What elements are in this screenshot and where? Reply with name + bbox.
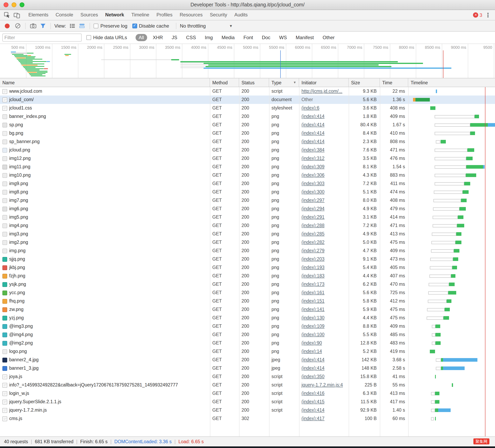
tab-resources[interactable]: Resources [176,10,206,20]
initiator-link[interactable]: (index):193 [302,265,324,270]
request-row[interactable]: banner_index.pngGET200png(index):4141.8 … [0,112,495,121]
column-header-initiator[interactable]: Initiator [299,78,349,87]
initiator-link[interactable]: (index):417 [302,416,324,421]
request-row[interactable]: joya.jsGET200script(index):35015.8 KB41 … [0,372,495,381]
tab-security[interactable]: Security [206,10,231,20]
window-minimize-button[interactable] [12,2,16,7]
request-row[interactable]: zw.pngGET200png(index):1415.9 KB475 ms [0,305,495,314]
tab-network[interactable]: Network [102,10,128,20]
column-header-timeline[interactable]: Timeline [408,78,495,87]
tab-elements[interactable]: Elements [25,10,52,20]
filter-type-all[interactable]: All [135,34,147,41]
timeline-overview[interactable]: 500 ms1000 ms1500 ms2000 ms2500 ms3000 m… [0,44,495,78]
initiator-link[interactable]: (index):141 [302,307,324,312]
initiator-link[interactable]: (index):151 [302,299,324,303]
request-row[interactable]: img2.pngGET200png(index):2825.0 KB475 ms [0,238,495,246]
column-header-size[interactable]: Size [349,78,380,87]
initiator-link[interactable]: (index):109 [302,324,324,328]
initiator-link[interactable]: (index):90 [302,340,322,345]
window-close-button[interactable] [4,2,8,7]
request-row[interactable]: img4.pngGET200png(index):2887.2 KB471 ms [0,221,495,230]
request-row[interactable]: bg.pngGET200png(index):4148.4 KB410 ms [0,129,495,137]
tab-sources[interactable]: Sources [77,10,102,20]
request-row[interactable]: @img3.pngGET200png(index):1098.8 KB409 m… [0,322,495,330]
record-button[interactable] [5,23,10,28]
request-row[interactable]: fhq.pngGET200png(index):1515.8 KB412 ms [0,297,495,305]
clear-button[interactable] [13,22,22,30]
column-header-type[interactable]: Type▼ [269,78,299,87]
filter-type-css[interactable]: CSS [183,34,199,41]
request-row[interactable]: jquery-1.7.2.min.jsGET200script(index):4… [0,406,495,414]
filter-type-xhr[interactable]: XHR [150,34,166,41]
initiator-link[interactable]: (index):130 [302,315,324,320]
request-row[interactable]: jcloud1.cssGET200stylesheet(index):63.6 … [0,104,495,112]
request-row[interactable]: logo.pngGET200png(index):145.2 KB419 ms [0,347,495,356]
request-row[interactable]: sp.pngGET200png(index):41480.4 KB1.67 s [0,121,495,129]
request-row[interactable]: fzjh.pngGET200png(index):1834.4 KB407 ms [0,272,495,280]
initiator-link[interactable]: (index):414 [302,131,324,136]
device-toolbar-icon[interactable] [12,11,22,19]
filter-type-manifest[interactable]: Manifest [292,34,317,41]
filter-type-ws[interactable]: WS [276,34,290,41]
initiator-link[interactable]: (index):288 [302,223,324,228]
initiator-link[interactable]: (index):203 [302,257,324,261]
initiator-link[interactable]: (index):6 [302,106,319,110]
request-row[interactable]: jkbj.pngGET200png(index):1935.4 KB405 ms [0,263,495,272]
request-row[interactable]: img3.pngGET200png(index):2854.9 KB413 ms [0,230,495,238]
request-row[interactable]: img10.pngGET200png(index):3064.3 KB883 m… [0,171,495,179]
initiator-link[interactable]: jquery-1.7.2.min.js:4 [302,382,343,387]
request-row[interactable]: jcloud.pngGET200png(index):3847.6 KB471 … [0,146,495,154]
request-row[interactable]: info?_=1459932492822&callback=jQuery1720… [0,381,495,389]
column-header-method[interactable]: Method [210,78,239,87]
request-row[interactable]: ycc.pngGET200png(index):1615.6 KB725 ms [0,288,495,297]
initiator-link[interactable]: (index):291 [302,215,324,219]
filter-type-font[interactable]: Font [240,34,256,41]
column-header-status[interactable]: Status [239,78,269,87]
request-row[interactable]: sjjq.pngGET200png(index):2039.1 KB473 ms [0,255,495,263]
initiator-link[interactable]: (index):300 [302,190,324,194]
initiator-link[interactable]: (index):279 [302,248,324,253]
timeline-view-icon[interactable] [77,22,87,30]
request-row[interactable]: banner1_3.jpgGET200jpeg(index):414148 KB… [0,364,495,372]
request-row[interactable]: img7.pngGET200png(index):2978.0 KB408 ms [0,196,495,205]
error-count-badge[interactable]: ✕ 3 [473,12,482,18]
tab-audits[interactable]: Audits [231,10,251,20]
request-row[interactable]: yzj.pngGET200png(index):1304.4 KB475 ms [0,314,495,322]
disable-cache-checkbox[interactable]: Disable cache [132,23,169,28]
filter-type-media[interactable]: Media [218,34,238,41]
initiator-link[interactable]: (index):183 [302,273,324,278]
request-row[interactable]: login_w.jsGET200script(index):4166.3 KB4… [0,389,495,398]
preserve-log-checkbox[interactable]: Preserve log [94,23,127,28]
initiator-link[interactable]: (index):173 [302,282,324,286]
hide-data-urls-checkbox[interactable]: Hide data URLs [86,35,127,40]
column-header-time[interactable]: Time [380,78,408,87]
small-rows-view-icon[interactable] [68,22,77,30]
filter-input[interactable] [2,34,82,41]
initiator-link[interactable]: (index):303 [302,181,324,186]
initiator-link[interactable]: (index):415 [302,399,324,404]
initiator-link[interactable]: (index):350 [302,374,324,379]
initiator-link[interactable]: (index):306 [302,173,324,177]
filter-type-other[interactable]: Other [319,34,338,41]
initiator-link[interactable]: (index):294 [302,206,324,211]
initiator-link[interactable]: (index):414 [302,114,324,119]
inspect-element-icon[interactable] [2,11,12,19]
request-row[interactable]: cms.jsGET302(index):417100 B60 ms [0,414,495,423]
initiator-link[interactable]: (index):161 [302,290,324,295]
initiator-link[interactable]: (index):312 [302,156,324,161]
initiator-link[interactable]: (index):416 [302,391,324,396]
request-row[interactable]: img9.pngGET200png(index):3037.2 KB411 ms [0,179,495,188]
request-row[interactable]: img11.pngGET200png(index):3098.1 KB1.54 … [0,163,495,171]
initiator-link[interactable]: (index):414 [302,139,324,144]
request-row[interactable]: jquery.SuperSlide.2.1.1.jsGET200script(i… [0,398,495,406]
request-row[interactable]: img6.pngGET200png(index):2944.9 KB479 ms [0,205,495,213]
filter-type-js[interactable]: JS [168,34,180,41]
request-row[interactable]: img5.pngGET200png(index):2913.1 KB414 ms [0,213,495,221]
window-titlebar[interactable]: Developer Tools - http://labs.qiang.it/p… [0,0,495,10]
initiator-link[interactable]: (index):282 [302,240,324,244]
throttling-select[interactable]: No throttling ▼ [180,23,233,28]
request-row[interactable]: img12.pngGET200png(index):3123.5 KB476 m… [0,154,495,163]
filter-toggle-icon[interactable] [38,22,48,30]
request-row[interactable]: www.jcloud.comGET200scripthttp://jcms.jd… [0,87,495,95]
initiator-link[interactable]: (index):309 [302,164,324,169]
